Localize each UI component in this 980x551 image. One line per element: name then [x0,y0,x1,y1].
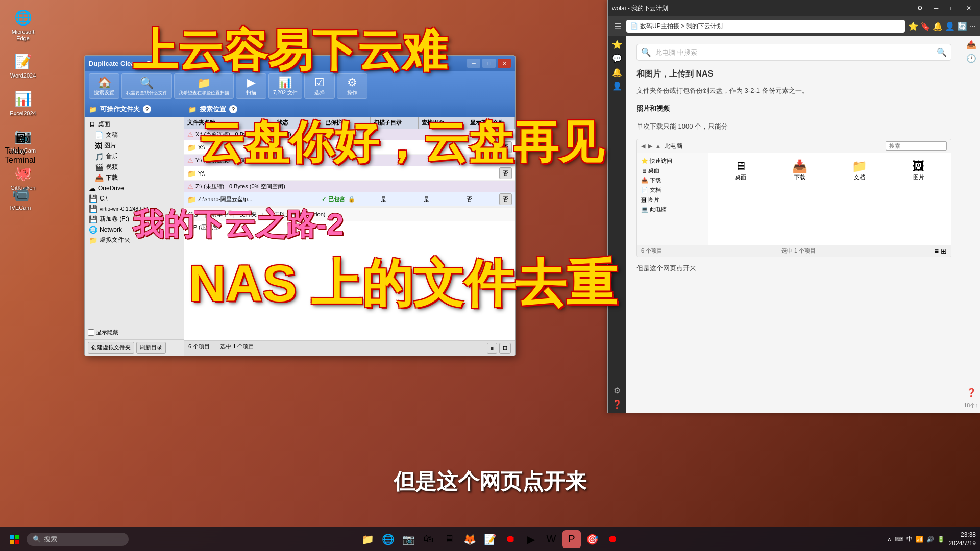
nav-pictures[interactable]: 🖼 图片 [639,195,706,205]
sidebar-icon-question[interactable]: ❓ [612,399,622,409]
delete-x-btn[interactable]: 否 [499,141,512,153]
list-view-btn2[interactable]: ≡ [935,247,939,255]
taskbar-icon-explorer[interactable]: 📁 [358,530,377,548]
nav-desktop[interactable]: 🖥 桌面 [639,166,706,176]
explorer-item-desktop[interactable]: 🖥桌面 [713,157,769,183]
taskbar-icon-red[interactable]: ⏺ [603,530,622,548]
start-button[interactable] [4,529,24,549]
maximize-button[interactable]: □ [482,59,496,68]
refresh-directory-btn[interactable]: 刷新目录 [136,342,166,354]
bell-icon[interactable]: 🔔 [933,21,943,31]
sidebar-icon-star[interactable]: ⭐ [612,40,622,49]
dup-titlebar: Duplicate Cleaner Pro ─ □ ✕ [85,56,515,71]
desktop-icon-word[interactable]: 📝 Word2024 [5,49,41,81]
explorer-item-downloads[interactable]: 📥下载 [772,157,828,183]
location-button[interactable]: 📁 我希望查在哪些位置扫描 [174,73,234,99]
taskbar-icon-terminal[interactable]: 🖥 [440,530,458,548]
table-row[interactable]: 📁 Y:\ 否 [184,166,515,181]
list-view-btn[interactable]: ≡ [487,343,497,354]
minimize-button[interactable]: ─ [467,59,480,68]
star-icon[interactable]: ⭐ [908,21,918,31]
desktop-icon-tabby[interactable]: 🖥 Tabby Terminal [3,128,38,167]
tree-item-videos[interactable]: 🎬 视频 [87,162,182,172]
taskbar-icon-browser2[interactable]: 🦊 [460,530,479,548]
clock[interactable]: 23:38 2024/7/19 [949,531,976,548]
action-label-3: 文件夹 [240,211,257,218]
sidebar-icon-chat[interactable]: 💬 [612,54,622,63]
more-icon[interactable]: ··· [969,21,976,31]
close-button[interactable]: ✕ [498,59,511,68]
show-hidden-checkbox[interactable] [88,329,94,336]
taskbar-icon-word2[interactable]: W [542,530,560,548]
nav-documents[interactable]: 📄 文档 [639,185,706,195]
taskbar-icon-notes[interactable]: 📝 [481,530,499,548]
action-button[interactable]: ⚙ 操作 [337,73,368,99]
results-button[interactable]: 📊 7,202 文件 [268,73,302,99]
table-row[interactable]: 📁 Z:\sharp-阿里云盘/p... ✓ 已包含 🔒 是 是 否 否 [184,192,515,207]
sidebar-icon-user[interactable]: 👤 [612,81,622,91]
table-row[interactable]: 📁 X:\ 否 [184,140,515,155]
right-icon-share[interactable]: 📤 [966,40,976,49]
tree-item-virtual[interactable]: 📁 虚拟文件夹 [87,235,182,245]
tree-item-documents[interactable]: 📄 文稿 [87,130,182,140]
explorer-search-input[interactable] [886,141,947,151]
tree-item-onedrive[interactable]: ☁ OneDrive [87,183,182,193]
z-action-btn[interactable]: 否 [499,193,512,205]
tree-item-pictures[interactable]: 🖼 图片 [87,140,182,151]
browser-close-btn[interactable]: ✕ [962,3,976,13]
right-panel-title: 搜索位置 [200,105,226,114]
taskbar-icon-recording[interactable]: ⏺ [501,530,520,548]
delete-y-btn[interactable]: 否 [499,167,512,179]
sidebar-icon-bell[interactable]: 🔔 [612,67,622,77]
select-button[interactable]: ☑ 选择 [304,73,335,99]
browser-minimize-btn[interactable]: ─ [929,3,943,13]
explorer-up-btn[interactable]: ▲ [655,143,661,149]
tree-item-c[interactable]: 💾 C:\ [87,193,182,204]
tree-item-downloads[interactable]: 📥 下载 [87,172,182,183]
browser-settings-btn[interactable]: ⚙ [913,3,927,13]
volume-icon[interactable]: 🔊 [926,536,934,543]
taskbar-search[interactable]: 🔍 搜索 [27,533,129,546]
right-icon-help[interactable]: ❓ [966,388,976,397]
scan-button[interactable]: ▶ 扫描 [236,73,266,99]
tray-expand-btn[interactable]: ∧ [887,536,892,543]
desktop-icon-excel[interactable]: 📊 Excel2024 [5,87,41,119]
tree-item-music[interactable]: 🎵 音乐 [87,151,182,162]
hamburger-icon[interactable]: ☰ [612,20,623,32]
taskbar-icon-camera[interactable]: 📷 [399,530,418,548]
tree-item-d[interactable]: 💾 virtio-win-0.1.248 (D:) [87,204,182,214]
refresh-icon[interactable]: 🔄 [957,21,967,31]
search-submit-btn[interactable]: 🔍 [937,47,947,57]
bookmark-icon[interactable]: 🔖 [920,21,930,31]
taskbar-icon-store[interactable]: 🛍 [420,530,438,548]
nav-downloads[interactable]: 📥 下载 [639,176,706,185]
desktop-icon-ivecam[interactable]: 📹 IVECam [3,181,38,213]
clock-time: 23:38 [949,531,976,539]
tree-item-f[interactable]: 💾 新加卷 (F:) [87,214,182,224]
nav-this-pc[interactable]: 💻 此电脑 [639,205,706,214]
user-icon[interactable]: 👤 [945,21,955,31]
taskbar-icon-ppt[interactable]: P [562,530,581,548]
right-icon-clock[interactable]: 🕐 [966,54,976,63]
tree-item-network[interactable]: 🌐 Network [87,224,182,235]
language-indicator[interactable]: 中 [906,535,913,543]
desktop-icon-edge[interactable]: 🌐 Microsoft Edge [5,5,41,44]
explorer-item-pictures[interactable]: 🖼图片 [891,157,947,183]
tree-item-desktop[interactable]: 🖥 桌面 [87,119,182,130]
taskbar-icon-green[interactable]: 🎯 [583,530,601,548]
browser-restore-btn[interactable]: □ [945,3,960,13]
explorer-forward-btn[interactable]: ▶ [648,143,652,149]
explorer-item-documents[interactable]: 📁文档 [831,157,888,183]
taskbar-icon-play[interactable]: ▶ [522,530,540,548]
nav-quick-access[interactable]: ⭐ 快速访问 [639,156,706,166]
sidebar-icon-settings[interactable]: ⚙ [614,386,621,395]
create-virtual-folder-btn[interactable]: 创建虚拟文件夹 [88,342,134,354]
search-button[interactable]: 🔍 我需要查找什么文件 [121,73,172,99]
group-z-title: Z:\ (未压缩) - 0 Bytes (0% 空间空闲) [195,183,285,190]
grid-view-btn[interactable]: ⊞ [499,343,511,354]
home-button[interactable]: 🏠 搜索设置 [89,73,119,99]
grid-view-btn2[interactable]: ⊞ [941,247,947,255]
browser-title: wolai - 我的下云计划 [612,4,668,13]
taskbar-icon-edge[interactable]: 🌐 [379,530,397,548]
explorer-back-btn[interactable]: ◀ [641,143,645,149]
